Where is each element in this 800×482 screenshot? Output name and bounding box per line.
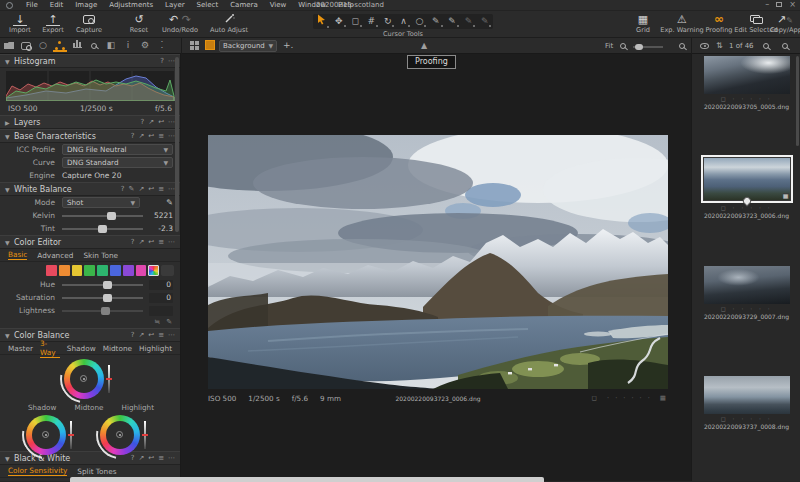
tab-skin-tone[interactable]: Skin Tone	[83, 251, 118, 260]
tab-highlight[interactable]: Highlight	[139, 344, 172, 353]
auto-adjust-button[interactable]: Auto Adjust	[208, 13, 250, 34]
zoom-slider[interactable]	[633, 46, 663, 48]
saturation-value[interactable]: 0	[149, 293, 173, 303]
swatch-purple[interactable]	[123, 265, 134, 276]
wb-mode-select[interactable]: Shot▼	[62, 197, 140, 208]
presets-icon[interactable]: ≡	[158, 132, 164, 140]
copy-apply-button[interactable]: ↗✎ Copy/Apply	[770, 13, 800, 34]
clone-mask-tool[interactable]: ✎	[481, 15, 489, 28]
base-characteristics-header[interactable]: ▼ Base Characteristics ? ↗ ↩ ≡ ⋯	[0, 129, 180, 143]
tab-shadow[interactable]: Shadow	[67, 344, 96, 353]
spot-tool[interactable]: ○	[415, 15, 423, 28]
wb-eyedropper-icon[interactable]: ✎	[166, 198, 173, 207]
thumb-rating-dots[interactable]: ◻ · · · · ·	[692, 415, 800, 422]
tab-lens[interactable]: ○	[36, 40, 50, 52]
menu-edit[interactable]: Edit	[44, 1, 70, 9]
copy-adjustments-icon[interactable]: ↗	[138, 238, 144, 246]
picker-icon[interactable]: ✎	[129, 185, 135, 193]
thumbnail-cell[interactable]: ◻ · · · · · 20200220093729_0007.dng	[692, 266, 800, 320]
hue-slider-handle[interactable]	[103, 281, 112, 289]
menu-camera[interactable]: Camera	[224, 1, 263, 9]
tab-exposure[interactable]	[70, 40, 84, 52]
erase-mask-tool[interactable]: ✎	[448, 15, 456, 28]
more-icon[interactable]: ⋯	[168, 331, 175, 339]
grid-button[interactable]: ▦ Grid	[630, 13, 656, 34]
single-view-button[interactable]	[205, 40, 215, 50]
zoom-slider-handle[interactable]	[635, 44, 643, 50]
pan-tool[interactable]: ✥	[335, 15, 343, 28]
layers-header[interactable]: ▶ Layers ? ↗ ↩ ⋯	[0, 115, 180, 129]
white-balance-header[interactable]: ▼ White Balance ? ✎ ↗ ↩ ≡ ⋯	[0, 182, 180, 196]
more-icon[interactable]: ⋯	[168, 185, 175, 193]
thumb-zoom-out-icon[interactable]	[763, 42, 769, 50]
reset-icon[interactable]: ↩	[158, 118, 164, 126]
presets-icon[interactable]: ≡	[158, 454, 164, 462]
zoom-out-icon[interactable]	[620, 42, 626, 50]
swatch-aqua[interactable]	[97, 265, 108, 276]
presets-icon[interactable]: ≡	[158, 331, 164, 339]
copy-adjustments-icon[interactable]: ↗	[138, 454, 144, 462]
minimize-button[interactable]: –	[765, 0, 769, 9]
reset-icon[interactable]: ↩	[148, 185, 154, 193]
menu-select[interactable]: Select	[191, 1, 225, 9]
panel-scrollbar[interactable]	[175, 57, 179, 232]
thumb-rating-dots[interactable]: ◻ · · · · ·	[692, 95, 800, 102]
more-icon[interactable]: ⋯	[168, 57, 175, 65]
tab-capture[interactable]	[19, 40, 33, 52]
tint-value[interactable]: -2.3	[149, 224, 173, 233]
lightness-value[interactable]	[149, 306, 173, 316]
thumb-rating-dots[interactable]: ◻ · · · · ·	[692, 305, 800, 312]
proofing-button[interactable]: ∞ Proofing	[702, 13, 736, 34]
thumbnail-image[interactable]	[704, 158, 790, 200]
color-editor-header[interactable]: ▼ Color Editor ? ↗ ↩ ≡ ⋯	[0, 235, 180, 249]
presets-icon[interactable]: ≡	[158, 185, 164, 193]
hue-slider[interactable]	[62, 284, 143, 286]
tab-output[interactable]: ⁚	[155, 40, 169, 52]
multi-view-button[interactable]	[190, 41, 199, 50]
curve-select[interactable]: DNG Standard▼	[62, 157, 173, 168]
tab-color-sensitivity[interactable]: Color Sensitivity	[8, 466, 67, 476]
tab-metadata[interactable]: ⅰ	[121, 40, 135, 52]
photo-main[interactable]	[208, 135, 668, 389]
tab-master[interactable]: Master	[8, 344, 33, 353]
crop-tool[interactable]: #	[368, 15, 376, 28]
loupe-tool[interactable]: ◻	[351, 15, 358, 28]
close-button[interactable]: ×	[789, 0, 796, 9]
reset-icon[interactable]: ↩	[148, 238, 154, 246]
color-balance-header[interactable]: ▼ Color Balance ? ↗ ↩ ≡ ⋯	[0, 328, 180, 342]
swatch-blue[interactable]	[110, 265, 121, 276]
swatch-all-colors[interactable]	[148, 265, 159, 276]
import-button[interactable]: ↓ Import	[6, 13, 34, 34]
zoom-in-icon[interactable]	[679, 42, 685, 50]
bottom-scrollbar[interactable]	[70, 477, 544, 482]
menu-adjustments[interactable]: Adjustments	[103, 1, 159, 9]
saturation-slider[interactable]	[62, 297, 143, 299]
export-button[interactable]: ↑ Export	[38, 13, 68, 34]
select-color-eyedropper-icon[interactable]: ✎	[166, 318, 172, 326]
tab-basic[interactable]: Basic	[8, 250, 27, 260]
more-icon[interactable]: ⋯	[168, 454, 175, 462]
menu-file[interactable]: File	[20, 1, 44, 9]
add-layer-button[interactable]: +.	[283, 40, 293, 50]
presets-icon[interactable]: ≡	[158, 238, 164, 246]
swatch-orange[interactable]	[59, 265, 70, 276]
tab-color[interactable]	[53, 40, 67, 52]
reset-icon[interactable]: ↩	[148, 331, 154, 339]
undo-redo-button[interactable]: ↶ ↷ Undo/Redo	[158, 13, 202, 34]
kelvin-slider-handle[interactable]	[107, 212, 116, 220]
heal-mask-tool[interactable]: ✎	[465, 15, 473, 28]
tab-split-tones[interactable]: Split Tones	[77, 467, 116, 476]
kelvin-slider[interactable]	[62, 215, 143, 217]
copy-adjustments-icon[interactable]: ↗	[138, 331, 144, 339]
thumbnail-cell[interactable]: ◻ · · · · · 20200220093737_0008.dng	[692, 376, 800, 430]
kelvin-value[interactable]: 5221	[149, 211, 173, 220]
swap-icon[interactable]: ≒	[154, 318, 160, 326]
reset-icon[interactable]: ↩	[148, 132, 154, 140]
more-icon[interactable]: ⋯	[168, 132, 175, 140]
capture-button[interactable]: Capture	[72, 13, 106, 34]
help-icon[interactable]: ?	[121, 185, 125, 193]
reset-icon[interactable]: ↩	[148, 454, 154, 462]
menu-image[interactable]: Image	[69, 1, 103, 9]
tab-details[interactable]	[87, 40, 101, 52]
tab-settings[interactable]: ⚙	[138, 40, 152, 52]
